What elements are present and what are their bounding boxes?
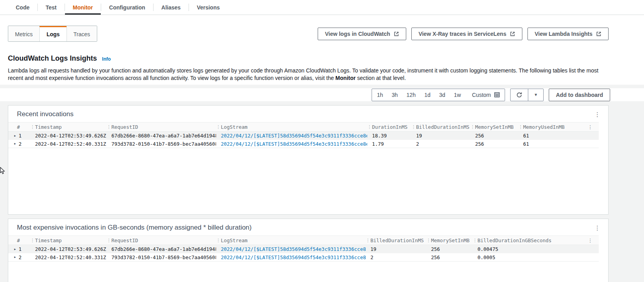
tab-configuration[interactable]: Configuration: [101, 0, 153, 15]
cell-billeddurationinms: 19: [366, 246, 426, 252]
subtab-metrics[interactable]: Metrics: [8, 26, 39, 41]
column-settings[interactable]: ⋮: [588, 237, 599, 243]
column-header-timestamp[interactable]: ⋮Timestamp: [30, 237, 107, 243]
cell-durationinms: 18.39: [367, 133, 411, 139]
cell-memoryusedinmb: 61: [518, 133, 588, 139]
custom-label: Custom: [472, 92, 491, 98]
tab-test[interactable]: Test: [38, 0, 65, 15]
column-handle-icon[interactable]: ⋮: [216, 124, 221, 130]
column-handle-icon[interactable]: ⋮: [107, 124, 111, 130]
logstream-link[interactable]: 2022/04/12/[$LATEST]58d35694d5f54e3c9311…: [221, 246, 366, 252]
logstream-link[interactable]: 2022/04/12/[$LATEST]58d35694d5f54e3c9311…: [221, 254, 366, 260]
button-label: View logs in CloudWatch: [325, 31, 390, 37]
tab-code[interactable]: Code: [8, 0, 37, 15]
range-3h[interactable]: 3h: [392, 92, 398, 98]
table-row: ▶1 2022-04-12T02:53:49.626Z 67db266e-868…: [8, 132, 599, 140]
description-text: section at that level.: [355, 75, 406, 81]
column-header-timestamp[interactable]: ⋮Timestamp: [30, 124, 107, 130]
table-row: ▶1 2022-04-12T02:53:49.626Z 67db266e-868…: [8, 245, 599, 253]
column-handle-icon[interactable]: ⋮: [426, 238, 431, 243]
column-handle-icon[interactable]: ⋮: [473, 238, 477, 243]
column-handle-icon[interactable]: ⋮: [366, 238, 370, 243]
tab-versions[interactable]: Versions: [189, 0, 228, 15]
add-to-dashboard-button[interactable]: Add to dashboard: [549, 89, 610, 101]
range-1h[interactable]: 1h: [377, 92, 383, 98]
cell-timestamp: 2022-04-12T02:52:40.331Z: [30, 254, 107, 260]
column-handle-icon[interactable]: ⋮: [518, 124, 523, 130]
cell-billeddurationinms: 2: [411, 141, 470, 147]
column-settings[interactable]: ⋮: [588, 124, 599, 130]
section-title: CloudWatch Logs Insights: [8, 54, 97, 63]
logstream-link[interactable]: 2022/04/12/[$LATEST]58d35694d5f54e3c9311…: [221, 141, 367, 147]
view-xray-servicelens-button[interactable]: View X-Ray traces in ServiceLens: [411, 28, 522, 40]
description-bold-monitor: Monitor: [335, 75, 355, 81]
card-title: Recent invocations: [17, 110, 74, 118]
refresh-button[interactable]: [511, 89, 528, 101]
widget-menu-icon[interactable]: ⋮: [593, 111, 602, 118]
column-handle-icon[interactable]: ⋮: [411, 124, 416, 130]
section-description: Lambda logs all requests handled by your…: [8, 67, 609, 82]
recent-invocations-card: Recent invocations ⋮ # ⋮Timestamp ⋮Reque…: [8, 105, 609, 215]
range-custom[interactable]: Custom: [470, 92, 500, 98]
mouse-cursor: [0, 167, 5, 176]
cell-memorysetinmb: 256: [470, 141, 518, 147]
action-buttons: View logs in CloudWatch View X-Ray trace…: [318, 28, 609, 40]
column-header-requestid[interactable]: ⋮RequestID: [107, 124, 216, 130]
column-header-memorysetinmb[interactable]: ⋮MemorySetInMB: [470, 124, 518, 130]
range-1d[interactable]: 1d: [424, 92, 431, 98]
cell-memorysetinmb: 256: [426, 254, 473, 260]
subtab-traces[interactable]: Traces: [67, 26, 97, 41]
cell-memorysetinmb: 256: [470, 133, 518, 139]
cell-logstream: 2022/04/12/[$LATEST]58d35694d5f54e3c9311…: [216, 246, 366, 252]
function-tabs: Code Test Monitor Configuration Aliases …: [0, 0, 644, 15]
column-header-index: #: [8, 237, 30, 243]
kebab-icon: ⋮: [588, 124, 593, 130]
expand-row-icon[interactable]: ▶: [14, 248, 16, 251]
subtab-logs[interactable]: Logs: [39, 26, 66, 41]
kebab-icon: ⋮: [588, 237, 593, 243]
column-handle-icon[interactable]: ⋮: [470, 124, 475, 130]
cell-durationinms: 1.79: [367, 141, 411, 147]
column-header-logstream[interactable]: ⋮LogStream: [216, 237, 366, 243]
caret-down-icon: ▼: [534, 93, 538, 97]
expand-row-icon[interactable]: ▶: [14, 142, 16, 145]
cell-memorysetinmb: 256: [426, 246, 473, 252]
view-logs-cloudwatch-button[interactable]: View logs in CloudWatch: [318, 28, 406, 40]
expand-row-icon[interactable]: ▶: [14, 256, 16, 259]
cell-billeddurationinms: 2: [366, 254, 426, 260]
range-1w[interactable]: 1w: [454, 92, 461, 98]
column-header-logstream[interactable]: ⋮LogStream: [216, 124, 367, 130]
monitor-intro-section: Metrics Logs Traces View logs in CloudWa…: [0, 15, 644, 85]
column-handle-icon[interactable]: ⋮: [30, 238, 35, 243]
expand-row-icon[interactable]: ▶: [14, 134, 16, 137]
column-header-billeddurationinms[interactable]: ⋮BilledDurationInMS: [411, 124, 470, 130]
info-link[interactable]: Info: [102, 56, 111, 62]
expensive-invocations-card: Most expensive invocations in GB-seconds…: [8, 219, 609, 282]
column-handle-icon[interactable]: ⋮: [216, 238, 221, 243]
cell-index: ▶1: [8, 133, 30, 139]
column-header-durationinms[interactable]: ⋮DurationInMS: [367, 124, 411, 130]
column-header-memorysetinmb[interactable]: ⋮MemorySetInMB: [426, 237, 473, 243]
refresh-options-button[interactable]: ▼: [528, 89, 543, 101]
column-header-billeddurationinms[interactable]: ⋮BilledDurationInMS: [366, 237, 426, 243]
column-handle-icon[interactable]: ⋮: [367, 124, 372, 130]
cell-requestid: 67db266e-8680-47ea-a6a7-1ab7e64d1948: [107, 246, 216, 252]
column-handle-icon[interactable]: ⋮: [107, 238, 111, 243]
cell-index: ▶2: [8, 141, 30, 147]
range-12h[interactable]: 12h: [407, 92, 416, 98]
range-3d[interactable]: 3d: [439, 92, 446, 98]
column-header-billeddurationingbseconds[interactable]: ⋮BilledDurationInGBSeconds: [473, 237, 588, 243]
cell-requestid: 67db266e-8680-47ea-a6a7-1ab7e64d1948: [107, 133, 216, 139]
tab-aliases[interactable]: Aliases: [154, 0, 189, 15]
column-header-requestid[interactable]: ⋮RequestID: [107, 237, 216, 243]
calendar-icon: [494, 92, 500, 98]
view-lambda-insights-button[interactable]: View Lambda Insights: [527, 28, 609, 40]
time-range-toolbar: 1h 3h 12h 1d 3d 1w Custom ▼ Add to dashb…: [0, 88, 644, 101]
column-header-memoryusedinmb[interactable]: ⋮MemoryUsedInMB: [518, 124, 588, 130]
logstream-link[interactable]: 2022/04/12/[$LATEST]58d35694d5f54e3c9311…: [221, 133, 367, 139]
widget-menu-icon[interactable]: ⋮: [593, 224, 602, 232]
tab-monitor[interactable]: Monitor: [65, 0, 101, 15]
column-handle-icon[interactable]: ⋮: [30, 124, 35, 130]
table-row: ▶2 2022-04-12T02:52:40.331Z 793d3782-015…: [8, 140, 599, 148]
cell-index: ▶2: [8, 254, 30, 260]
